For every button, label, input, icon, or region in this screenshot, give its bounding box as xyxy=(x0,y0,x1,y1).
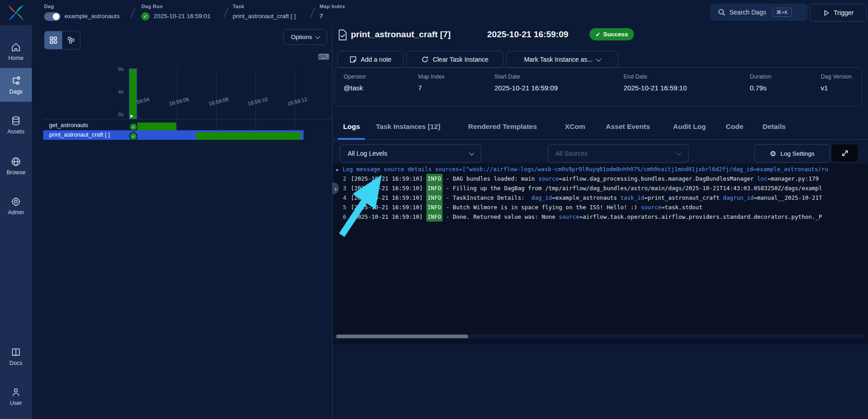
meta-label: Dag Version xyxy=(821,74,852,80)
options-dropdown[interactable]: Options xyxy=(283,29,327,45)
horizontal-scrollbar-thumb[interactable] xyxy=(336,335,468,338)
keyboard-shortcuts-icon[interactable]: ⌨ xyxy=(318,52,329,62)
gantt-task-bar[interactable] xyxy=(137,123,176,130)
home-icon xyxy=(10,42,21,53)
admin-icon xyxy=(10,196,21,207)
tab-audit-log[interactable]: Audit Log xyxy=(673,113,706,139)
log-line-number: 5 xyxy=(333,202,346,212)
sidebar-item-assets[interactable]: Assets xyxy=(0,108,32,142)
log-line-number: 4 xyxy=(333,193,346,202)
gantt-task-label[interactable]: print_astronaut_craft [ ] xyxy=(49,131,110,138)
meta-label: End Date xyxy=(624,74,647,80)
breadcrumb-dagrun-value[interactable]: 2025-10-21 16:59:01 xyxy=(154,13,210,20)
log-level-badge: INFO xyxy=(426,202,443,212)
breadcrumb-dagrun-label: Dag Run xyxy=(141,4,163,9)
graph-view-button[interactable] xyxy=(62,31,80,49)
task-document-icon xyxy=(338,30,347,40)
gantt-x-tick: 16:59:08 xyxy=(188,96,229,111)
docs-icon xyxy=(10,347,21,358)
meta-label: Duration xyxy=(750,74,771,80)
gantt-task-bar[interactable] xyxy=(196,132,301,140)
search-dags-button[interactable]: Search Dags ⌘+K xyxy=(710,4,808,21)
check-icon: ✓ xyxy=(595,31,600,38)
metadata-box xyxy=(334,67,862,106)
log-fullscreen-button[interactable] xyxy=(832,144,858,162)
meta-value: v1 xyxy=(821,84,828,92)
tab-xcom[interactable]: XCom xyxy=(565,113,585,139)
dags-icon xyxy=(10,75,21,86)
tab-details[interactable]: Details xyxy=(763,113,786,139)
gantt-task-label[interactable]: get_astronauts xyxy=(49,122,88,128)
grid-view-button[interactable] xyxy=(45,31,62,49)
airflow-logo[interactable] xyxy=(0,0,32,25)
tab-asset-events[interactable]: Asset Events xyxy=(606,113,650,139)
log-expand-caret[interactable]: ▶ xyxy=(336,165,343,174)
gantt-axis-baseline xyxy=(43,119,332,119)
panel-splitter[interactable] xyxy=(332,25,333,419)
sidebar-item-admin[interactable]: Admin xyxy=(0,189,32,222)
sidebar-item-label: User xyxy=(10,400,22,406)
meta-value: 2025-10-21 16:59:10 xyxy=(624,84,687,92)
tab-code[interactable]: Code xyxy=(726,113,743,139)
search-icon xyxy=(718,8,726,16)
sidebar-item-browse[interactable]: Browse xyxy=(0,149,32,182)
chevron-down-icon xyxy=(596,56,601,61)
sidebar-item-home[interactable]: Home xyxy=(0,35,32,68)
topbar: Dag example_astronauts Dag Run ✓ 2025-10… xyxy=(32,0,868,25)
grid-icon xyxy=(50,36,57,44)
log-sources-select[interactable]: All Sources xyxy=(548,144,688,163)
gantt-x-tick: 16:59:12 xyxy=(267,96,308,111)
tab-logs[interactable]: Logs xyxy=(343,113,360,139)
sidebar-item-label: Docs xyxy=(10,360,22,366)
gantt-y-tick: 9s xyxy=(112,66,124,72)
sidebar-item-label: Assets xyxy=(7,128,25,135)
trigger-button[interactable]: Trigger xyxy=(810,4,867,22)
chevron-down-icon xyxy=(469,150,474,155)
task-success-icon: ✓ xyxy=(129,132,138,141)
breadcrumb-separator xyxy=(130,7,135,18)
log-line: 4[2025-10-21 16:59:10] INFO - TaskInstan… xyxy=(333,193,868,202)
sidebar-item-dags[interactable]: Dags xyxy=(0,68,32,102)
status-badge: ✓ Success xyxy=(589,28,634,40)
sidebar-item-label: Home xyxy=(8,55,23,61)
breadcrumb-task-value[interactable]: print_astronaut_craft [ ] xyxy=(233,13,296,20)
breadcrumb-mapindex-label: Map Index xyxy=(319,4,345,9)
gantt-x-tick: 16:59:10 xyxy=(227,96,268,111)
browse-icon xyxy=(10,156,21,167)
dagrun-duration-bar[interactable]: ▶ xyxy=(129,69,137,119)
sidebar-item-user[interactable]: User xyxy=(0,380,32,413)
breadcrumb-separator xyxy=(224,7,229,18)
log-levels-select[interactable]: All Log Levels xyxy=(340,144,481,163)
toggle-knob xyxy=(53,13,60,20)
sitemap-icon xyxy=(67,36,75,44)
assets-icon xyxy=(10,115,21,126)
clear-task-instance-button[interactable]: Clear Task Instance xyxy=(406,51,504,68)
dag-pause-toggle[interactable] xyxy=(44,12,60,21)
tab-rendered-templates[interactable]: Rendered Templates xyxy=(468,113,537,139)
meta-value: 7 xyxy=(418,84,422,92)
sidebar: HomeDagsAssetsBrowseAdminDocsUser xyxy=(0,0,32,419)
sidebar-item-label: Admin xyxy=(8,209,24,216)
tab-task-instances-12-[interactable]: Task Instances [12] xyxy=(376,113,440,139)
options-label: Options xyxy=(291,34,312,40)
breadcrumb-dag-value[interactable]: example_astronauts xyxy=(65,13,120,20)
add-note-button[interactable]: Add a note xyxy=(337,51,404,68)
breadcrumb-task-label: Task xyxy=(233,4,244,9)
sidebar-item-docs[interactable]: Docs xyxy=(0,340,32,373)
meta-label: Operator xyxy=(344,74,366,80)
log-settings-button[interactable]: ⚙ Log Settings xyxy=(754,144,830,163)
log-level-badge: INFO xyxy=(426,193,443,202)
log-level-badge: INFO xyxy=(426,183,443,193)
tabs-divider xyxy=(333,139,868,140)
redo-icon xyxy=(421,56,429,63)
expand-icon xyxy=(841,149,849,157)
sidebar-item-label: Dags xyxy=(9,89,22,95)
task-instance-panel: print_astronaut_craft [7] 2025-10-21 16:… xyxy=(333,25,868,419)
log-line: 6[2025-10-21 16:59:10] INFO - Done. Retu… xyxy=(333,212,868,222)
active-tab-underline xyxy=(338,138,365,140)
gantt-x-tick: 16:59:06 xyxy=(149,96,190,111)
sidebar-item-label: Browse xyxy=(6,169,25,176)
breadcrumb-dag-label: Dag xyxy=(44,4,54,9)
mark-task-instance-as-button[interactable]: Mark Task Instance as... xyxy=(506,51,618,68)
meta-label: Map Index xyxy=(418,74,444,80)
